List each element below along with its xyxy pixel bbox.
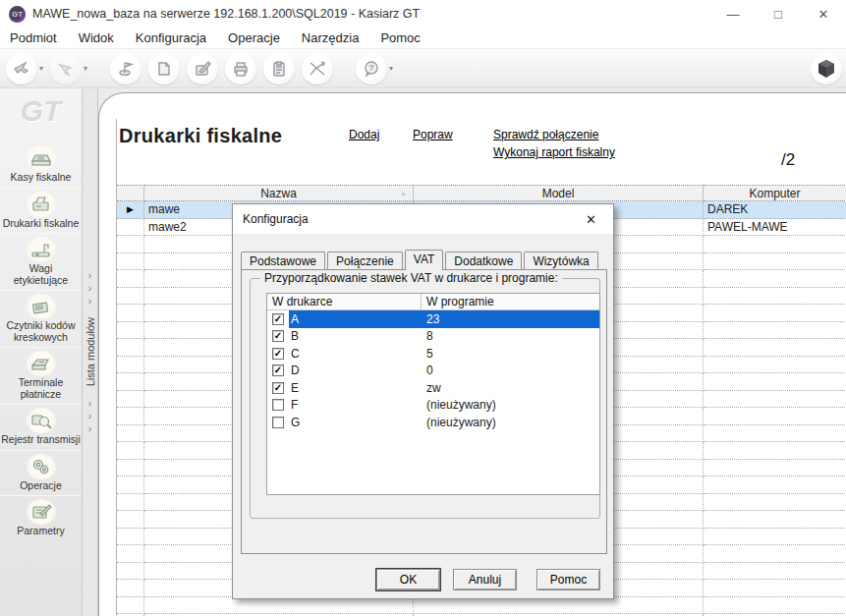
anuluj-button[interactable]: Anuluj: [453, 569, 517, 590]
vat-code: E: [289, 381, 422, 395]
sidebar-item-rejestr-transmisji[interactable]: Rejestr transmisji: [0, 404, 82, 450]
sidebar-item-operacje[interactable]: Operacje: [0, 450, 82, 496]
dialog-tabs: PodstawowePołączenieVATDodatkoweWizytówk…: [241, 250, 600, 270]
table-empty-row: [117, 597, 846, 615]
print-button[interactable]: [225, 53, 256, 84]
chevron-down-icon[interactable]: ▾: [84, 64, 87, 73]
action-link-popraw[interactable]: Popraw: [413, 128, 453, 141]
checkbox-icon[interactable]: ✓: [272, 313, 284, 325]
maximize-button[interactable]: □: [756, 0, 801, 28]
header-komputer[interactable]: Komputer: [704, 185, 846, 201]
action-link-dodaj[interactable]: Dodaj: [349, 128, 379, 141]
chevron-right-icon[interactable]: ›: [88, 422, 91, 435]
chevron-down-icon[interactable]: ▾: [389, 64, 393, 73]
select-button[interactable]: ▾: [6, 53, 43, 84]
vat-row-d[interactable]: ✓D0: [267, 363, 599, 380]
app-icon: GT: [9, 6, 26, 23]
checkbox-icon[interactable]: ✓: [272, 382, 284, 394]
ok-button[interactable]: OK: [376, 569, 440, 590]
module-cube-button[interactable]: [811, 53, 842, 84]
chevron-right-icon[interactable]: ›: [88, 295, 91, 308]
menu-narzędzia[interactable]: Narzędzia: [302, 30, 360, 45]
action-link-wykonaj-raport-fiskalny[interactable]: Wykonaj raport fiskalny: [493, 145, 615, 159]
configuration-dialog: Konfiguracja ✕ PodstawowePołączenieVATDo…: [232, 203, 614, 599]
vat-col-drukarce: W drukarce: [267, 294, 422, 309]
labeling-scale-icon: [27, 237, 56, 262]
sidebar-item-wagi-etykietuj-ce[interactable]: Wagi etykietujące: [0, 233, 82, 290]
vat-row-a[interactable]: ✓A23: [267, 310, 599, 328]
tab-połączenie[interactable]: Połączenie: [327, 252, 403, 270]
menu-podmiot[interactable]: Podmiot: [10, 30, 57, 45]
vat-mapping-list[interactable]: W drukarce W programie ✓A23✓B8✓C5✓D0✓Ezw…: [266, 293, 600, 495]
vat-row-e[interactable]: ✓Ezw: [267, 379, 599, 397]
tab-dodatkowe[interactable]: Dodatkowe: [445, 252, 522, 270]
tab-wizytówka[interactable]: Wizytówka: [524, 252, 597, 270]
menu-konfiguracja[interactable]: Konfiguracja: [136, 30, 206, 45]
sidebar-item-czytniki-kod-w-kreskowych[interactable]: Czytniki kodów kreskowych: [0, 290, 82, 347]
sort-asc-icon: ▲: [400, 190, 407, 196]
titlebar: GT MAWE_nowa_baza na serwerze 192.168.1.…: [0, 0, 846, 28]
vat-code: A: [289, 312, 422, 326]
window-title: MAWE_nowa_baza na serwerze 192.168.1.200…: [32, 7, 420, 21]
chevron-right-icon[interactable]: ›: [88, 282, 91, 295]
sidebar-item-label: Wagi etykietujące: [1, 263, 81, 286]
menu-operacje[interactable]: Operacje: [228, 30, 280, 45]
transmission-register-icon: [27, 408, 56, 433]
tab-podstawowe[interactable]: Podstawowe: [241, 252, 325, 270]
vat-value: 0: [422, 364, 599, 377]
chevron-right-icon[interactable]: ›: [88, 410, 91, 422]
chevron-down-icon[interactable]: ▾: [39, 64, 43, 73]
vat-code: G: [289, 416, 422, 429]
vat-row-f[interactable]: F(nieużywany): [267, 397, 599, 415]
action-link-sprawd-po-czenie[interactable]: Sprawdź połączenie: [493, 128, 598, 141]
header-model[interactable]: Model: [414, 185, 704, 201]
sidebar-item-parametry[interactable]: Parametry: [0, 495, 82, 541]
barcode-scanner-icon: [27, 294, 56, 319]
dialog-title: Konfiguracja: [243, 212, 309, 226]
sidebar-item-terminale-p-atnicze[interactable]: Terminale płatnicze: [0, 347, 82, 404]
minimize-button[interactable]: —: [710, 0, 756, 28]
vat-row-c[interactable]: ✓C5: [267, 345, 599, 363]
vat-col-programie: W programie: [422, 294, 599, 309]
cell-komputer: PAWEL-MAWE: [704, 219, 846, 237]
close-button[interactable]: ✕: [801, 0, 846, 28]
select-arrow-icon: [6, 53, 37, 84]
edit-button[interactable]: [187, 53, 218, 84]
checkbox-icon[interactable]: [272, 417, 284, 428]
vat-row-b[interactable]: ✓B8: [267, 328, 599, 346]
page-title: Drukarki fiskalne: [119, 125, 282, 147]
dialog-close-icon[interactable]: ✕: [569, 204, 613, 234]
menu-widok[interactable]: Widok: [79, 30, 114, 45]
pomoc-button[interactable]: Pomoc: [536, 569, 600, 590]
sidebar-item-label: Terminale płatnicze: [1, 377, 81, 400]
report-button[interactable]: [263, 53, 295, 84]
menubar: PodmiotWidokKonfiguracjaOperacjeNarzędzi…: [0, 28, 846, 49]
modules-strip-label: Lista modułów: [85, 317, 96, 386]
vat-list-header: W drukarce W programie: [267, 294, 599, 310]
checkbox-icon[interactable]: ✓: [272, 330, 284, 342]
module-sidebar: GT Kasy fiskalneDrukarki fiskalneWagi et…: [0, 88, 82, 616]
dialog-titlebar[interactable]: Konfiguracja ✕: [233, 204, 613, 234]
vat-row-g[interactable]: G(nieużywany): [267, 414, 599, 431]
new-button[interactable]: [148, 53, 180, 84]
tab-vat[interactable]: VAT: [405, 250, 444, 270]
app-window: GT MAWE_nowa_baza na serwerze 192.168.1.…: [0, 0, 846, 616]
help-button[interactable]: ?▾: [356, 53, 393, 84]
header-nazwa[interactable]: Nazwa▲: [144, 185, 414, 201]
sidebar-item-kasy-fiskalne[interactable]: Kasy fiskalne: [0, 141, 82, 188]
checkbox-icon[interactable]: [272, 399, 284, 411]
menu-pomoc[interactable]: Pomoc: [380, 30, 420, 45]
flag-button[interactable]: [110, 53, 141, 84]
cash-register-icon: [27, 145, 56, 171]
transfer-button[interactable]: [302, 53, 333, 84]
checkbox-icon[interactable]: ✓: [272, 348, 284, 360]
table-header: Nazwa▲ModelKomputer: [117, 185, 846, 201]
vat-groupbox-label: Przyporządkowanie stawek VAT w drukarce …: [260, 271, 562, 285]
checkbox-icon[interactable]: ✓: [272, 364, 284, 376]
chevron-right-icon[interactable]: ›: [88, 269, 91, 282]
sidebar-item-drukarki-fiskalne[interactable]: Drukarki fiskalne: [0, 188, 82, 234]
modules-strip[interactable]: › › › Lista modułów › › ›: [82, 88, 98, 616]
help-icon: ?: [356, 53, 387, 84]
chevron-right-icon[interactable]: ›: [88, 397, 91, 410]
vat-code: B: [289, 329, 422, 343]
